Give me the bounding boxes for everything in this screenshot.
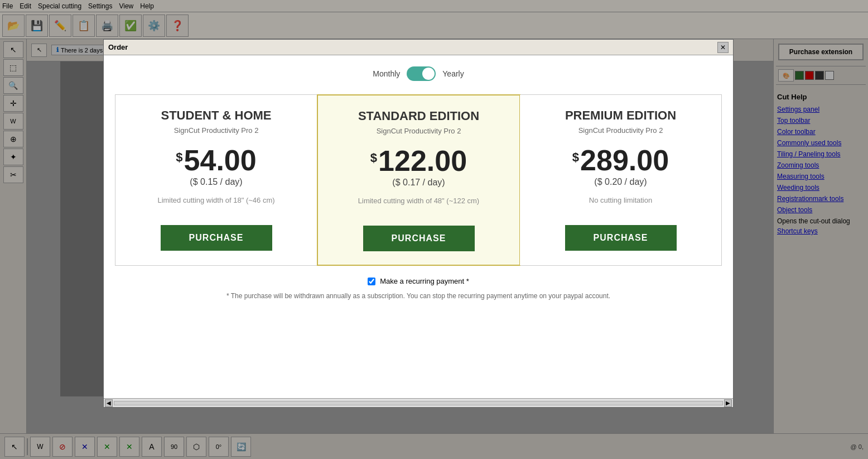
- plan-student-product: SignCut Productivity Pro 2: [174, 126, 259, 135]
- student-amount: 54.00: [184, 146, 257, 175]
- student-per-day: ($ 0.15 / day): [190, 177, 242, 187]
- plan-premium: PREMIUM EDITION SignCut Productivity Pro…: [520, 95, 721, 265]
- standard-dollar: $: [370, 151, 377, 165]
- billing-toggle-switch[interactable]: [407, 66, 436, 81]
- scroll-track[interactable]: [114, 401, 723, 405]
- premium-description: No cutting limitation: [589, 196, 652, 214]
- standard-per-day: ($ 0.17 / day): [392, 178, 445, 188]
- modal-overlay: Order ✕ Monthly Yearly STUDENT & HOME Si…: [0, 0, 868, 459]
- recurring-label: Make a recurring payment *: [380, 277, 469, 285]
- purchase-premium-button[interactable]: PURCHASE: [565, 225, 677, 251]
- disclaimer-text: * The purchase will be withdrawn annuall…: [115, 292, 722, 300]
- plan-student-price: $ 54.00: [176, 146, 256, 175]
- premium-dollar: $: [572, 150, 579, 165]
- billing-toggle: Monthly Yearly: [115, 66, 722, 81]
- yearly-label: Yearly: [442, 69, 464, 78]
- plan-standard-name: STANDARD EDITION: [358, 109, 479, 123]
- student-dollar: $: [176, 150, 182, 165]
- order-titlebar: Order ✕: [104, 40, 733, 55]
- order-content: Monthly Yearly STUDENT & HOME SignCut Pr…: [104, 55, 733, 398]
- plan-premium-product: SignCut Productivity Pro 2: [578, 126, 663, 135]
- order-close-button[interactable]: ✕: [717, 42, 729, 53]
- monthly-label: Monthly: [373, 69, 400, 78]
- purchase-student-button[interactable]: PURCHASE: [161, 225, 272, 251]
- student-description: Limited cutting width of 18" (~46 cm): [157, 196, 274, 214]
- plans-container: STUDENT & HOME SignCut Productivity Pro …: [115, 94, 722, 266]
- plan-standard: STANDARD EDITION SignCut Productivity Pr…: [317, 94, 520, 266]
- plan-premium-name: PREMIUM EDITION: [565, 108, 676, 123]
- purchase-standard-button[interactable]: PURCHASE: [363, 226, 475, 251]
- standard-amount: 122.00: [378, 146, 467, 175]
- order-dialog: Order ✕ Monthly Yearly STUDENT & HOME Si…: [103, 39, 734, 408]
- premium-per-day: ($ 0.20 / day): [594, 177, 647, 187]
- dialog-scrollbar: ◀ ▶: [104, 398, 733, 407]
- plan-standard-price: $ 122.00: [370, 146, 467, 175]
- premium-amount: 289.00: [580, 146, 669, 175]
- scroll-right-arrow[interactable]: ▶: [724, 399, 732, 407]
- standard-description: Limited cutting width of 48" (~122 cm): [358, 197, 479, 214]
- plan-standard-product: SignCut Productivity Pro 2: [377, 127, 461, 135]
- plan-premium-price: $ 289.00: [572, 146, 669, 175]
- toggle-thumb: [422, 68, 435, 80]
- plan-student-home: STUDENT & HOME SignCut Productivity Pro …: [115, 95, 317, 265]
- plan-student-name: STUDENT & HOME: [161, 108, 272, 123]
- order-title: Order: [108, 43, 128, 51]
- recurring-checkbox[interactable]: [368, 278, 375, 285]
- scroll-left-arrow[interactable]: ◀: [105, 399, 113, 407]
- recurring-row: Make a recurring payment *: [115, 277, 722, 285]
